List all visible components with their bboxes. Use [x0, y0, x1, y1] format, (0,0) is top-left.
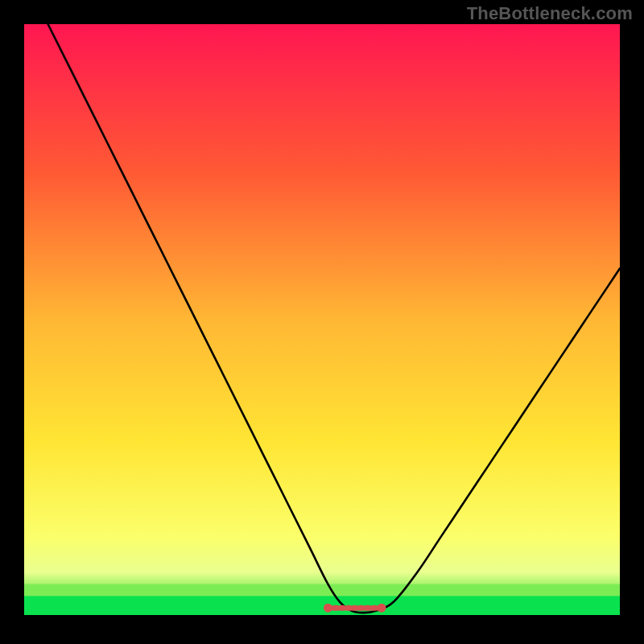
line-chart [24, 24, 620, 620]
chart-container: TheBottleneck.com [0, 0, 644, 644]
baseline-strip [24, 615, 620, 620]
plot-area [24, 24, 620, 620]
valley-marker-end [378, 604, 386, 613]
watermark: TheBottleneck.com [467, 3, 633, 24]
gradient-background [24, 24, 620, 620]
valley-marker-start [324, 604, 332, 613]
bottom-band-inner [24, 584, 620, 597]
